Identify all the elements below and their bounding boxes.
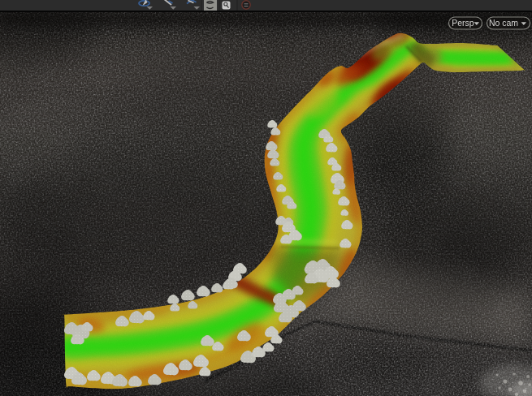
svg-text:Persp: Persp xyxy=(452,18,474,28)
svg-text:No cam: No cam xyxy=(489,18,518,28)
